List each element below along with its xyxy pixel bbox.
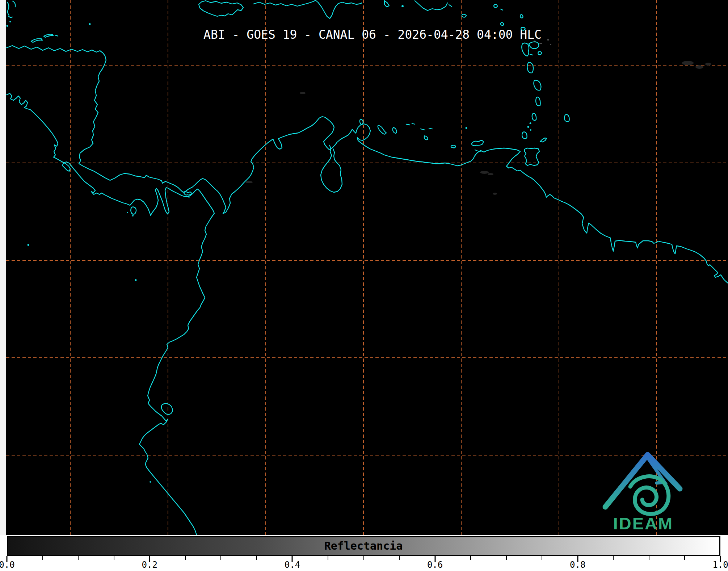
small-island-dots [7,5,532,483]
colorbar-minor-tick [506,556,507,560]
colorbar-minor-tick [42,556,43,560]
coastline-caribbean-mainland [7,46,728,283]
colorbar-minor-tick [78,556,79,560]
image-title: ABI - GOES 19 - CANAL 06 - 2026-04-28 04… [203,28,542,42]
coastline-honduras-fragments [7,1,58,42]
colorbar-label: Reflectancia [324,539,403,552]
coastline-trinidad-tobago [525,138,547,165]
colorbar-tick-label: 0.6 [427,560,443,570]
colorbar-minor-tick [328,556,328,560]
faint-cloud-patches [245,61,711,195]
coastline-venezuelan-islands [360,119,483,151]
colorbar-minor-tick [114,556,114,560]
colorbar-tick-label: 0.2 [142,560,157,570]
colorbar-minor-tick [399,556,400,560]
ideam-wordmark: IDEAM [613,514,673,533]
scan-edge-limb [0,0,6,535]
satellite-map: IDEAM [0,0,728,535]
colorbar-minor-tick [363,556,364,560]
ideam-logo: IDEAM [605,455,680,533]
colorbar-minor-tick [220,556,221,560]
coastline-lake-maracaibo [321,145,342,192]
colorbar-minor-tick [470,556,471,560]
coastline-lesser-antilles [494,5,569,139]
coastline-pacific-islands [131,192,191,415]
coastline-greater-antilles [199,0,466,18]
colorbar-minor-tick [684,556,685,560]
colorbar-minor-tick [649,556,649,560]
colorbar-tick-label: 0.0 [0,560,15,570]
colorbar-minor-tick [185,556,186,560]
colorbar-minor-tick [256,556,257,560]
satellite-image-viewport: IDEAM ABI - GOES 19 - CANAL 06 - 2026-04… [0,0,728,571]
colorbar-tick-label: 0.8 [570,560,585,570]
coastline-pacific-mainland [7,93,214,535]
graticule-grid [6,0,728,535]
colorbar-minor-tick [613,556,614,560]
colorbar-tick-label: 0.4 [285,560,300,570]
ideam-spiral-icon [630,476,669,514]
colorbar-minor-tick [542,556,542,560]
colorbar-tick-label: 1.0 [712,560,728,570]
